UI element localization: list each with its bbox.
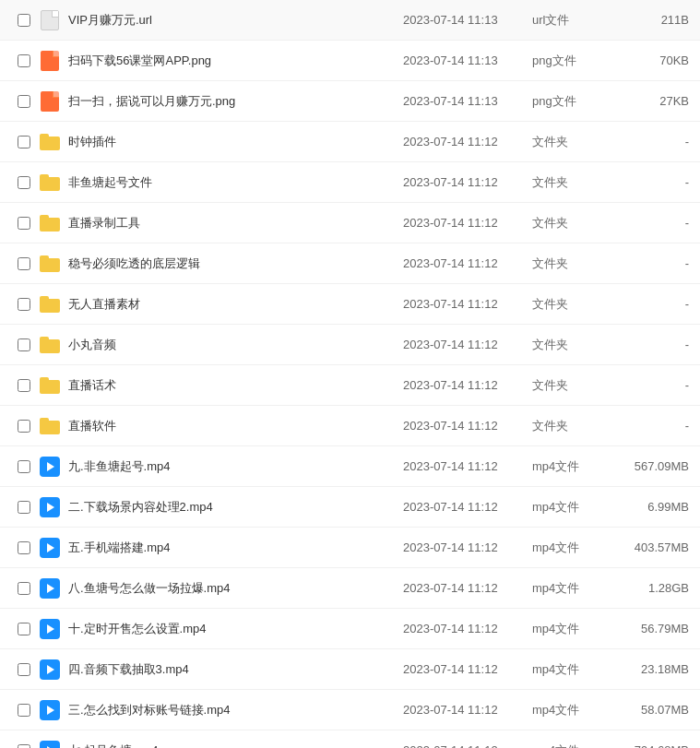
table-row[interactable]: 无人直播素材2023-07-14 11:12文件夹- xyxy=(0,284,700,325)
file-date: 2023-07-14 11:12 xyxy=(403,703,532,717)
file-name: 直播软件 xyxy=(68,418,403,434)
table-row[interactable]: 九.非鱼塘起号.mp42023-07-14 11:12mp4文件567.09MB xyxy=(0,446,700,487)
mp4-icon xyxy=(40,659,60,680)
png-icon xyxy=(41,91,59,112)
mp4-icon xyxy=(40,538,60,558)
file-name: 非鱼塘起号文件 xyxy=(68,174,403,191)
row-checkbox[interactable] xyxy=(18,582,30,595)
file-size: 56.79MB xyxy=(606,622,689,635)
file-icon-col xyxy=(37,619,63,639)
file-name: 九.非鱼塘起号.mp4 xyxy=(68,458,403,475)
folder-icon xyxy=(40,377,60,394)
file-name: 扫码下载56课堂网APP.png xyxy=(68,53,403,69)
row-checkbox[interactable] xyxy=(18,298,30,311)
row-checkbox[interactable] xyxy=(18,420,30,433)
file-date: 2023-07-14 11:12 xyxy=(403,459,532,473)
file-size: 1.28GB xyxy=(606,581,689,595)
file-date: 2023-07-14 11:12 xyxy=(403,378,532,392)
file-list: VIP月赚万元.url2023-07-14 11:13url文件211B扫码下载… xyxy=(0,0,700,748)
folder-icon xyxy=(40,134,60,150)
row-checkbox[interactable] xyxy=(18,217,30,230)
table-row[interactable]: 直播软件2023-07-14 11:12文件夹- xyxy=(0,406,700,446)
row-checkbox[interactable] xyxy=(18,501,30,514)
file-size: 27KB xyxy=(606,94,689,108)
file-date: 2023-07-14 11:12 xyxy=(403,500,532,514)
row-checkbox[interactable] xyxy=(18,257,30,270)
table-row[interactable]: 非鱼塘起号文件2023-07-14 11:12文件夹- xyxy=(0,162,700,203)
row-checkbox[interactable] xyxy=(18,744,30,749)
mp4-icon xyxy=(40,619,60,639)
file-date: 2023-07-14 11:13 xyxy=(403,13,532,27)
row-checkbox-col xyxy=(11,14,37,27)
table-row[interactable]: 五.手机端搭建.mp42023-07-14 11:12mp4文件403.57MB xyxy=(0,528,700,568)
row-checkbox-col xyxy=(11,582,37,595)
file-icon-col xyxy=(37,255,63,272)
row-checkbox-col xyxy=(11,379,37,392)
file-type: png文件 xyxy=(532,53,606,69)
file-type: 文件夹 xyxy=(532,418,606,434)
row-checkbox[interactable] xyxy=(18,379,30,392)
row-checkbox[interactable] xyxy=(18,136,30,148)
file-size: 70KB xyxy=(606,53,689,67)
table-row[interactable]: 八.鱼塘号怎么做一场拉爆.mp42023-07-14 11:12mp4文件1.2… xyxy=(0,568,700,609)
file-icon-col xyxy=(37,51,63,71)
row-checkbox[interactable] xyxy=(18,176,30,189)
mp4-icon xyxy=(40,578,60,599)
row-checkbox[interactable] xyxy=(18,663,30,676)
table-row[interactable]: 三.怎么找到对标账号链接.mp42023-07-14 11:12mp4文件58.… xyxy=(0,690,700,730)
file-type: mp4文件 xyxy=(532,661,606,678)
file-name: 稳号必须吃透的底层逻辑 xyxy=(68,255,403,272)
row-checkbox-col xyxy=(11,744,37,749)
table-row[interactable]: 扫一扫，据说可以月赚万元.png2023-07-14 11:13png文件27K… xyxy=(0,81,700,122)
file-name: 扫一扫，据说可以月赚万元.png xyxy=(68,93,403,110)
file-name: 小丸音频 xyxy=(68,337,403,353)
folder-icon xyxy=(40,296,60,313)
row-checkbox[interactable] xyxy=(18,460,30,473)
file-date: 2023-07-14 11:12 xyxy=(403,135,532,148)
file-size: - xyxy=(606,135,689,148)
row-checkbox-col xyxy=(11,623,37,635)
table-row[interactable]: 扫码下载56课堂网APP.png2023-07-14 11:13png文件70K… xyxy=(0,41,700,81)
file-date: 2023-07-14 11:13 xyxy=(403,53,532,67)
table-row[interactable]: 十.定时开售怎么设置.mp42023-07-14 11:12mp4文件56.79… xyxy=(0,609,700,649)
file-name: VIP月赚万元.url xyxy=(68,12,403,29)
file-size: 58.07MB xyxy=(606,703,689,717)
file-icon-col xyxy=(37,700,63,720)
row-checkbox-col xyxy=(11,501,37,514)
table-row[interactable]: 小丸音频2023-07-14 11:12文件夹- xyxy=(0,325,700,365)
row-checkbox-col xyxy=(11,95,37,108)
file-type: url文件 xyxy=(532,12,606,29)
table-row[interactable]: 直播录制工具2023-07-14 11:12文件夹- xyxy=(0,203,700,243)
row-checkbox[interactable] xyxy=(18,54,30,67)
row-checkbox[interactable] xyxy=(18,704,30,717)
file-size: 23.18MB xyxy=(606,662,689,676)
table-row[interactable]: 直播话术2023-07-14 11:12文件夹- xyxy=(0,365,700,406)
table-row[interactable]: VIP月赚万元.url2023-07-14 11:13url文件211B xyxy=(0,0,700,41)
table-row[interactable]: 二.下载场景内容处理2.mp42023-07-14 11:12mp4文件6.99… xyxy=(0,487,700,528)
row-checkbox[interactable] xyxy=(18,95,30,108)
row-checkbox-col xyxy=(11,136,37,148)
file-name: 八.鱼塘号怎么做一场拉爆.mp4 xyxy=(68,580,403,597)
file-icon-col xyxy=(37,296,63,313)
table-row[interactable]: 七.起号鱼塘.mp42023-07-14 11:12mp4文件794.68MB xyxy=(0,730,700,748)
folder-icon xyxy=(40,418,60,434)
file-icon-col xyxy=(37,134,63,150)
row-checkbox[interactable] xyxy=(18,541,30,554)
file-type: mp4文件 xyxy=(532,540,606,556)
table-row[interactable]: 时钟插件2023-07-14 11:12文件夹- xyxy=(0,122,700,162)
table-row[interactable]: 四.音频下载抽取3.mp42023-07-14 11:12mp4文件23.18M… xyxy=(0,649,700,690)
mp4-icon xyxy=(40,457,60,477)
file-type: mp4文件 xyxy=(532,742,606,749)
row-checkbox[interactable] xyxy=(18,623,30,635)
file-size: 567.09MB xyxy=(606,459,689,473)
file-date: 2023-07-14 11:12 xyxy=(403,297,532,311)
row-checkbox[interactable] xyxy=(18,338,30,351)
file-type: 文件夹 xyxy=(532,296,606,313)
file-name: 三.怎么找到对标账号链接.mp4 xyxy=(68,702,403,718)
file-name: 二.下载场景内容处理2.mp4 xyxy=(68,499,403,516)
file-type: 文件夹 xyxy=(532,337,606,353)
row-checkbox[interactable] xyxy=(18,14,30,27)
file-icon-col xyxy=(37,538,63,558)
table-row[interactable]: 稳号必须吃透的底层逻辑2023-07-14 11:12文件夹- xyxy=(0,243,700,284)
file-size: - xyxy=(606,378,689,392)
